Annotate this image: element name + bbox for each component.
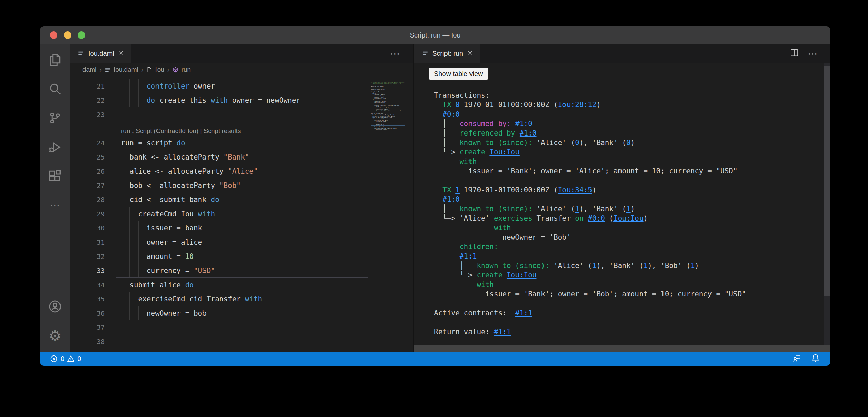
tx-line: │ known to (since): 'Alice' (0), 'Bank' …: [434, 138, 822, 147]
tx-line: [434, 318, 822, 327]
extensions-icon[interactable]: [48, 169, 63, 183]
problems-indicator[interactable]: 0 0: [50, 355, 81, 363]
breadcrumb-item-module[interactable]: Iou: [155, 66, 164, 73]
split-editor-icon[interactable]: [790, 48, 799, 58]
daml-file-icon: [78, 50, 84, 57]
code-text: bob <- allocateParty "Bob": [121, 178, 241, 193]
tx-link[interactable]: #1:1: [515, 309, 532, 317]
close-window-button[interactable]: [50, 31, 57, 39]
line-number: 37: [70, 320, 105, 335]
accounts-icon[interactable]: [48, 299, 63, 314]
search-icon[interactable]: [48, 81, 63, 96]
settings-gear-icon[interactable]: [48, 328, 63, 343]
editor-group-left: Iou.daml daml Iou.daml: [70, 44, 413, 352]
code-text: amount = 10: [121, 249, 194, 264]
tx-line: Return value: #1:1: [434, 327, 822, 337]
tx-link[interactable]: Iou:Iou: [507, 271, 537, 279]
tx-line: #0:0: [434, 109, 822, 119]
close-tab-icon[interactable]: [118, 50, 124, 57]
zoom-window-button[interactable]: [78, 31, 85, 39]
breadcrumb-item-daml[interactable]: daml: [82, 66, 96, 73]
line-number: 25: [70, 150, 105, 164]
error-icon: [50, 355, 58, 363]
tx-line: └─> create Iou:Iou: [434, 270, 822, 280]
tx-link[interactable]: #1:0: [515, 120, 532, 128]
line-number: 26: [70, 164, 105, 178]
code-text: newOwner = bob: [121, 306, 207, 320]
status-bar-right: [793, 354, 820, 364]
titlebar: Script: run — Iou: [40, 26, 830, 44]
cube-symbol-icon: [173, 67, 178, 73]
tx-line: children:: [434, 242, 822, 251]
horizontal-scrollbar[interactable]: [414, 345, 830, 352]
breadcrumb-item-file[interactable]: Iou.daml: [114, 66, 138, 73]
feedback-icon[interactable]: [793, 354, 801, 364]
tx-link[interactable]: 0: [575, 139, 579, 147]
vertical-scrollbar-thumb[interactable]: [824, 66, 830, 296]
code-text: owner = alice: [121, 235, 202, 249]
tx-link[interactable]: 1: [592, 262, 597, 270]
tx-link[interactable]: 0: [626, 139, 631, 147]
more-actions-icon[interactable]: [807, 48, 818, 59]
tab-script-run[interactable]: Script: run: [414, 44, 480, 63]
status-bar: 0 0: [40, 352, 830, 366]
run-debug-icon[interactable]: [48, 140, 63, 154]
tx-link[interactable]: 1: [455, 186, 460, 194]
line-number: 32: [70, 249, 105, 264]
code-text: exerciseCmd cid Transfer with: [121, 292, 262, 306]
tx-line: with: [434, 157, 822, 166]
line-number: 31: [70, 235, 105, 249]
code-text: controller owner: [121, 79, 215, 93]
code-line-37: 37: [70, 320, 413, 335]
tx-link[interactable]: Iou:28:12: [558, 101, 597, 109]
chevron-right-icon: [99, 66, 102, 74]
line-number: 23: [70, 107, 105, 122]
script-output: Transactions: TX 0 1970-01-01T00:00:00Z …: [434, 91, 822, 337]
more-actions-icon[interactable]: [390, 48, 400, 59]
code-text: cid <- submit bank do: [121, 193, 219, 207]
code-lens[interactable]: run : Script (ContractId Iou) | Script r…: [121, 127, 241, 135]
breadcrumb-item-symbol[interactable]: run: [182, 66, 191, 73]
source-control-icon[interactable]: [48, 111, 63, 125]
activity-bar: [40, 44, 70, 352]
tx-link[interactable]: Iou:Iou: [613, 214, 644, 222]
tx-link[interactable]: #1:0: [520, 129, 537, 137]
line-number: 33: [70, 264, 105, 278]
vertical-scrollbar[interactable]: [824, 63, 830, 345]
explorer-icon[interactable]: [48, 52, 63, 67]
code-editor[interactable]: 21 controller owner22 do create this wit…: [70, 76, 413, 352]
window-title: Script: run — Iou: [40, 31, 830, 39]
tx-line: Transactions:: [434, 91, 822, 100]
chevron-right-icon: [167, 66, 170, 74]
tx-line: with: [434, 223, 822, 232]
tx-link[interactable]: 1: [644, 262, 648, 270]
tx-link[interactable]: 1: [626, 205, 631, 213]
tx-link[interactable]: 1: [575, 205, 579, 213]
line-number: 22: [70, 93, 105, 107]
code-lens-row[interactable]: run : Script (ContractId Iou) | Script r…: [70, 122, 413, 136]
close-tab-icon[interactable]: [467, 50, 473, 57]
tx-link[interactable]: #1:1: [494, 328, 511, 336]
tx-link[interactable]: 1: [691, 262, 695, 270]
tx-line: issuer = 'Bank'; owner = 'Alice'; amount…: [434, 166, 822, 176]
line-number: 27: [70, 178, 105, 193]
minimize-window-button[interactable]: [64, 31, 71, 39]
line-number: 30: [70, 221, 105, 235]
more-views-icon[interactable]: [48, 198, 63, 213]
tx-line: └─> create Iou:Iou: [434, 147, 822, 157]
tx-link[interactable]: Iou:34:5: [558, 186, 592, 194]
tx-link[interactable]: Iou:Iou: [489, 148, 520, 156]
show-table-view-button[interactable]: Show table view: [429, 68, 488, 80]
minimap[interactable]: -- Copyright (c) 2023 Digital Asset (Swi…: [371, 82, 405, 156]
tab-iou-daml[interactable]: Iou.daml: [70, 44, 131, 63]
line-number: 29: [70, 207, 105, 221]
left-tabstrip: Iou.daml: [70, 44, 413, 63]
tx-line: [434, 299, 822, 308]
code-line-23: 23: [70, 107, 413, 122]
line-number: 36: [70, 306, 105, 320]
bell-icon[interactable]: [811, 354, 820, 364]
code-line-31: 31 owner = alice: [70, 235, 413, 249]
tx-link[interactable]: #0:0: [588, 214, 605, 222]
vscode-window: Script: run — Iou: [40, 26, 830, 366]
tx-link[interactable]: 0: [455, 101, 460, 109]
